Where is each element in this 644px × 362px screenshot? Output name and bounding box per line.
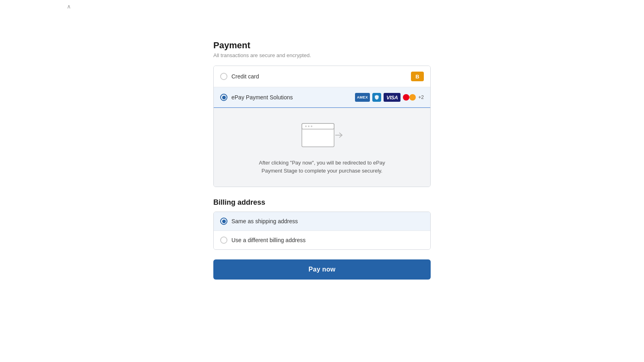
epay-option-container: ePay Payment Solutions AMEX	[214, 87, 430, 187]
billing-title: Billing address	[213, 198, 431, 207]
epay-label: ePay Payment Solutions	[231, 94, 293, 101]
same-address-label: Same as shipping address	[231, 218, 298, 224]
redirect-line2: Payment Stage to complete your purchase …	[262, 168, 382, 174]
payment-option-credit-card[interactable]: Credit card B	[214, 66, 430, 87]
same-address-radio[interactable]	[220, 218, 227, 225]
amex-logo: AMEX	[355, 93, 370, 102]
different-address-radio[interactable]	[220, 237, 227, 244]
mastercard-logo	[403, 93, 416, 102]
pay-now-button[interactable]: Pay now	[213, 259, 431, 280]
payment-subtitle: All transactions are secure and encrypte…	[213, 52, 431, 58]
svg-point-2	[305, 125, 307, 127]
svg-point-4	[311, 125, 312, 127]
b-icon: B	[411, 72, 424, 81]
credit-card-radio[interactable]	[220, 73, 227, 80]
payment-options-container: Credit card B ePay Payment Solutions AME…	[213, 66, 431, 187]
epay-logos: AMEX VISA	[355, 93, 424, 102]
epay-redirect-area: After clicking "Pay now", you will be re…	[214, 108, 430, 187]
billing-section: Billing address Same as shipping address…	[213, 198, 431, 250]
payment-section: Payment All transactions are secure and …	[213, 40, 431, 187]
scroll-up-button[interactable]: ∧	[67, 3, 71, 10]
epay-left: ePay Payment Solutions	[220, 94, 293, 101]
svg-point-3	[308, 125, 310, 127]
redirect-text: After clicking "Pay now", you will be re…	[259, 159, 385, 175]
redirect-illustration	[298, 120, 346, 152]
main-content: Payment All transactions are secure and …	[213, 40, 431, 280]
credit-card-label: Credit card	[231, 73, 259, 80]
more-logos-badge: +2	[418, 95, 424, 100]
billing-option-different[interactable]: Use a different billing address	[214, 231, 430, 249]
billing-options-container: Same as shipping address Use a different…	[213, 212, 431, 250]
redirect-line1: After clicking "Pay now", you will be re…	[259, 160, 385, 166]
shield-logo	[372, 93, 381, 102]
epay-radio[interactable]	[220, 94, 227, 101]
billing-option-same[interactable]: Same as shipping address	[214, 212, 430, 231]
visa-logo: VISA	[384, 93, 400, 102]
different-address-label: Use a different billing address	[231, 237, 305, 243]
payment-option-epay[interactable]: ePay Payment Solutions AMEX	[214, 87, 430, 108]
credit-card-left: Credit card	[220, 73, 259, 80]
payment-title: Payment	[213, 40, 431, 51]
